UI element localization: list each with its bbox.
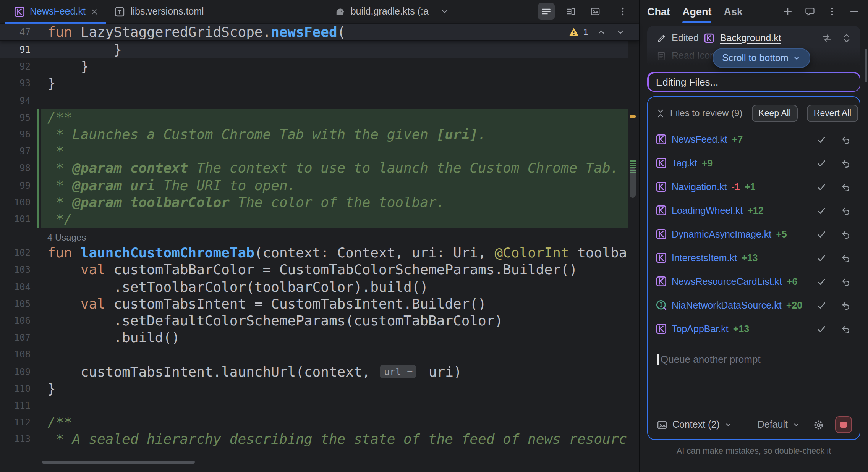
code-line[interactable]: 111 — [0, 397, 628, 414]
chevron-down-icon[interactable] — [792, 419, 800, 431]
revert-change-button[interactable] — [839, 180, 853, 194]
expand-icon[interactable] — [840, 32, 853, 44]
accept-change-button[interactable] — [815, 251, 828, 265]
file-row[interactable]: NewsResourceCardList.kt+6 — [655, 270, 853, 293]
edited-file-row[interactable]: Edited Background.kt — [647, 30, 860, 47]
plus-icon[interactable] — [782, 5, 794, 18]
chevron-down-icon[interactable] — [724, 419, 732, 431]
revert-change-button[interactable] — [839, 275, 853, 288]
code-line[interactable]: 112/** — [0, 414, 628, 431]
code-line[interactable]: 105 val customTabsIntent = CustomTabsInt… — [0, 296, 628, 312]
accept-change-button[interactable] — [815, 204, 828, 217]
tab-ask[interactable]: Ask — [724, 0, 743, 23]
code-line[interactable]: 102fun launchCustomChromeTab(context: Co… — [0, 245, 628, 262]
sticky-header-line[interactable]: 47 fun LazyStaggeredGridScope.newsFeed( … — [0, 24, 639, 41]
accept-change-button[interactable] — [815, 298, 828, 312]
file-row[interactable]: InterestsItem.kt+13 — [655, 246, 853, 270]
file-row[interactable]: NewsFeed.kt+7 — [655, 128, 853, 151]
code-line[interactable]: 103 val customTabBarColor = CustomTabCol… — [0, 262, 628, 278]
file-link[interactable]: TopAppBar.kt — [672, 323, 729, 334]
code-line[interactable]: 113 * A sealed hierarchy describing the … — [0, 431, 628, 448]
file-row[interactable]: TopAppBar.kt+13 — [655, 317, 853, 341]
code-line[interactable]: 108 — [0, 346, 628, 363]
code-line[interactable]: 91 } — [0, 41, 628, 58]
list-icon[interactable] — [538, 3, 555, 20]
warning-icon[interactable] — [568, 26, 580, 38]
file-link[interactable]: NiaNetworkDataSource.kt — [672, 300, 782, 310]
accept-change-button[interactable] — [815, 227, 828, 241]
code-line[interactable]: 96 * Launches a Custom Chrome Tab with t… — [0, 126, 628, 143]
code-line[interactable]: 107 .build() — [0, 329, 628, 346]
edited-file-link[interactable]: Background.kt — [720, 33, 781, 44]
keep-all-button[interactable]: Keep All — [751, 104, 797, 122]
code-line[interactable]: 4 Usages — [0, 228, 628, 244]
split-view-icon[interactable] — [562, 3, 579, 20]
revert-change-button[interactable] — [839, 227, 853, 241]
editor-scrollbar-thumb[interactable] — [630, 167, 636, 198]
tab-newsfeed[interactable]: NewsFeed.kt — [5, 0, 106, 23]
file-link[interactable]: Navigation.kt — [672, 181, 727, 192]
chat-scrollbar-thumb[interactable] — [865, 49, 867, 82]
code-line[interactable]: 95/** — [0, 109, 628, 126]
code-line[interactable]: 100 * @param toolbarColor The color of t… — [0, 194, 628, 210]
revert-change-button[interactable] — [839, 204, 853, 217]
code-line[interactable]: 97 * — [0, 143, 628, 160]
file-row[interactable]: DynamicAsyncImage.kt+5 — [655, 222, 853, 246]
chevron-up-icon[interactable] — [595, 26, 607, 38]
tab-list-chevron-icon[interactable] — [436, 3, 453, 20]
close-icon[interactable] — [90, 7, 99, 16]
file-link[interactable]: Tag.kt — [672, 158, 697, 168]
accept-change-button[interactable] — [815, 322, 828, 336]
file-link[interactable]: NewsFeed.kt — [672, 134, 727, 145]
accept-change-button[interactable] — [815, 133, 828, 146]
minimize-icon[interactable] — [848, 5, 860, 18]
tab-build-gradle[interactable]: build.gradle.kts (:a — [326, 0, 436, 23]
revert-change-button[interactable] — [839, 251, 853, 265]
more-icon[interactable] — [614, 3, 631, 20]
code-line[interactable]: 98 * @param context The context to use t… — [0, 160, 628, 177]
code-line[interactable]: 94 — [0, 92, 628, 109]
code-line[interactable]: 110} — [0, 380, 628, 397]
file-link[interactable]: InterestsItem.kt — [672, 252, 737, 263]
tab-chat[interactable]: Chat — [647, 0, 670, 23]
code-line[interactable]: 104 .setToolbarColor(toolbarColor).build… — [0, 278, 628, 295]
code-line[interactable]: 106 .setDefaultColorSchemeParams(customT… — [0, 312, 628, 329]
file-link[interactable]: DynamicAsyncImage.kt — [672, 229, 771, 239]
gear-icon[interactable] — [812, 419, 824, 431]
code-line[interactable]: 101 */ — [0, 211, 628, 228]
horizontal-scrollbar-thumb[interactable] — [42, 461, 195, 464]
revert-change-button[interactable] — [839, 133, 853, 146]
code-line[interactable]: 99 * @param uri The URI to open. — [0, 177, 628, 194]
code-line[interactable]: 109 customTabsIntent.launchUrl(context, … — [0, 363, 628, 380]
file-row[interactable]: Tag.kt+9 — [655, 151, 853, 175]
diff-icon[interactable] — [821, 32, 833, 44]
chevron-down-icon[interactable] — [614, 26, 627, 38]
file-link[interactable]: LoadingWheel.kt — [672, 205, 743, 216]
revert-change-button[interactable] — [839, 298, 853, 312]
stop-button[interactable] — [835, 416, 852, 433]
horizontal-scrollbar[interactable] — [31, 461, 622, 464]
model-selector[interactable]: Default — [758, 419, 788, 430]
revert-change-button[interactable] — [839, 322, 853, 336]
prompt-input[interactable]: Queue another prompt — [648, 344, 860, 410]
revert-change-button[interactable] — [839, 156, 853, 170]
collapse-icon[interactable] — [655, 108, 666, 118]
attach-image-icon[interactable] — [656, 419, 668, 431]
context-selector[interactable]: Context (2) — [672, 419, 720, 430]
code-line[interactable]: 92 } — [0, 58, 628, 75]
accept-change-button[interactable] — [815, 156, 828, 170]
file-row[interactable]: NiaNetworkDataSource.kt+20 — [655, 293, 853, 317]
file-row[interactable]: Navigation.kt-1+1 — [655, 175, 853, 199]
kebab-more-icon[interactable] — [826, 5, 838, 18]
comment-icon[interactable] — [804, 5, 816, 18]
file-link[interactable]: NewsResourceCardList.kt — [672, 276, 782, 287]
tab-libs-versions[interactable]: libs.versions.toml — [106, 0, 212, 23]
image-icon[interactable] — [587, 3, 604, 20]
accept-change-button[interactable] — [815, 180, 828, 194]
tab-agent[interactable]: Agent — [682, 0, 712, 23]
revert-all-button[interactable]: Revert All — [807, 104, 858, 122]
file-row[interactable]: LoadingWheel.kt+12 — [655, 199, 853, 222]
editor-error-stripe[interactable] — [627, 40, 638, 472]
scroll-to-bottom-button[interactable]: Scroll to bottom — [712, 48, 811, 68]
code-line[interactable]: 93} — [0, 75, 628, 92]
